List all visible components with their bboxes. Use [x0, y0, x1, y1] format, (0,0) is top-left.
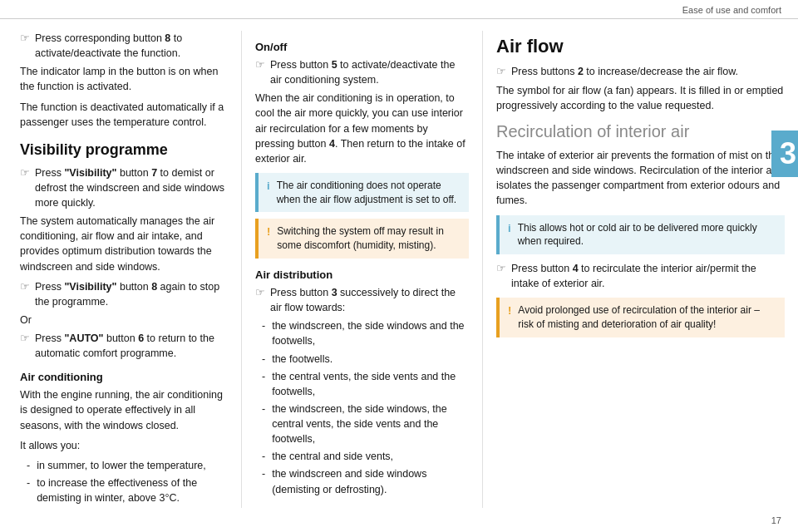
page-number: 17 [771, 515, 781, 525]
bullet-arrow-icon: ☞ [255, 285, 265, 315]
air-flow-para: The symbol for air flow (a fan) appears.… [496, 83, 785, 113]
info-icon: i [267, 179, 270, 194]
recirculation-info-box: i This allows hot or cold air to be deli… [496, 215, 785, 255]
right-column: Air flow ☞ Press buttons 2 to increase/d… [482, 31, 798, 508]
info-icon: i [508, 221, 511, 236]
dist-list-item-4: - the windscreen, the side windows, the … [255, 401, 469, 446]
onoff-title: On/off [255, 41, 469, 53]
recirculation-title: Recirculation of interior air [496, 121, 785, 141]
left-column: ☞ Press corresponding button 8 to activa… [0, 31, 241, 508]
dist-list-item-5: - the central and side vents, [255, 449, 469, 464]
air-conditioning-para-2: It allows you: [20, 438, 228, 453]
intro-para-2: The function is deactivated automaticall… [20, 100, 228, 130]
dist-list-item-1: - the windscreen, the side windows and t… [255, 318, 469, 348]
visibility-bullet-3: ☞ Press "AUTO" button 6 to return to the… [20, 331, 228, 361]
bullet-arrow-icon: ☞ [496, 64, 506, 80]
recirculation-bullet-1: ☞ Press button 4 to recirculate the inte… [496, 261, 785, 291]
air-conditioning-title: Air conditioning [20, 371, 228, 383]
onoff-info-box: i The air conditioning does not operate … [255, 173, 469, 213]
chapter-badge: 3 [771, 131, 798, 177]
dist-list-item-3: - the central vents, the side vents and … [255, 369, 469, 399]
bullet-arrow-icon: ☞ [496, 261, 506, 291]
intro-para-1: The indicator lamp in the button is on w… [20, 64, 228, 94]
onoff-para: When the air conditioning is in operatio… [255, 91, 469, 166]
air-dist-bullet-1: ☞ Press button 3 successively to direct … [255, 285, 469, 315]
ac-list-item-1: - in summer, to lower the temperature, [20, 458, 228, 473]
dist-list-item-6: - the windscreen and side windows (demis… [255, 466, 469, 496]
bullet-arrow-icon: ☞ [20, 331, 30, 361]
bullet-arrow-icon: ☞ [20, 165, 30, 210]
onoff-warning-box: ! Switching the system off may result in… [255, 219, 469, 259]
or-text: Or [20, 313, 228, 328]
visibility-bullet-2: ☞ Press "Visibility" button 8 again to s… [20, 279, 228, 309]
bullet-arrow-icon: ☞ [20, 279, 30, 309]
recirculation-para: The intake of exterior air prevents the … [496, 148, 785, 209]
air-conditioning-para-1: With the engine running, the air conditi… [20, 387, 228, 432]
middle-column: On/off ☞ Press button 5 to activate/deac… [241, 31, 482, 508]
warning-icon: ! [267, 224, 270, 239]
visibility-title: Visibility programme [20, 141, 228, 159]
onoff-bullet-1: ☞ Press button 5 to activate/deactivate … [255, 57, 469, 87]
air-flow-bullet-1: ☞ Press buttons 2 to increase/decrease t… [496, 64, 785, 80]
visibility-para-1: The system automatically manages the air… [20, 214, 228, 274]
air-distribution-title: Air distribution [255, 268, 469, 281]
recirculation-warning-box: ! Avoid prolonged use of recirculation o… [496, 298, 785, 337]
page-header: Ease of use and comfort [0, 0, 798, 19]
air-flow-title: Air flow [496, 36, 785, 57]
dist-list-item-2: - the footwells. [255, 352, 469, 367]
intro-bullet-1: ☞ Press corresponding button 8 to activa… [20, 31, 228, 61]
bullet-arrow-icon: ☞ [255, 57, 265, 87]
bullet-arrow-icon: ☞ [20, 31, 30, 61]
ac-list-item-2: - to increase the effectiveness of the d… [20, 475, 228, 505]
visibility-bullet-1: ☞ Press "Visibility" button 7 to demist … [20, 165, 228, 210]
warning-icon: ! [508, 303, 511, 318]
